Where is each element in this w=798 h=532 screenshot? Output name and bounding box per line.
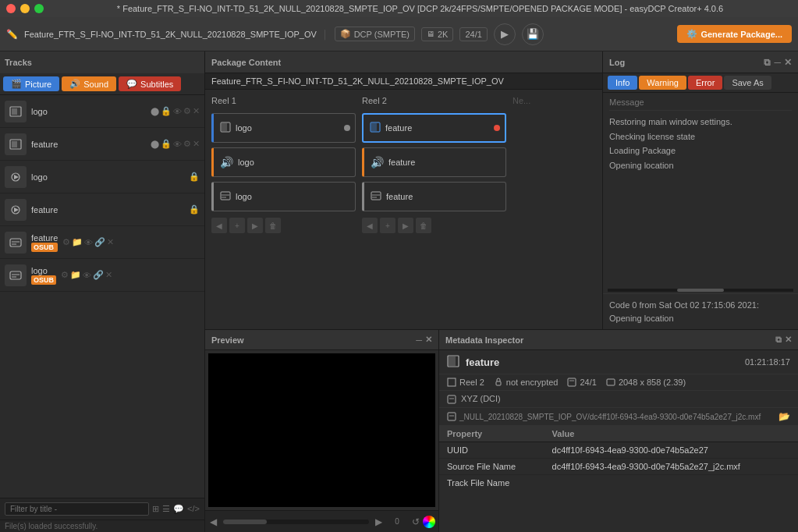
subtitle-track-icon — [5, 232, 27, 254]
list-icon[interactable]: ☰ — [162, 504, 170, 514]
svg-rect-27 — [496, 381, 501, 385]
close-icon[interactable]: ✕ — [107, 237, 114, 247]
log-entry: Restoring main window settings. — [609, 115, 792, 129]
svg-rect-21 — [371, 192, 381, 200]
folder-icon[interactable]: 📁 — [72, 237, 83, 247]
settings-icon[interactable]: ⚙ — [61, 270, 69, 280]
next-reel-placeholder: Ne... — [512, 96, 544, 323]
settings-icon[interactable]: ⚙ — [183, 106, 191, 116]
code-icon[interactable]: </> — [187, 504, 200, 514]
fullscreen-button[interactable] — [34, 4, 44, 13]
svg-rect-3 — [12, 141, 17, 147]
loop-btn[interactable]: ↺ — [410, 516, 421, 527]
prev-frame-btn[interactable]: ◀ — [208, 516, 218, 527]
add-reel-btn[interactable]: + — [380, 218, 395, 233]
reel-track-audio-2[interactable]: 🔊 feature — [362, 147, 506, 177]
video-icon — [370, 122, 381, 135]
tab-sound[interactable]: 🔊 Sound — [62, 76, 116, 91]
meta-encrypted-item: not encrypted — [494, 378, 559, 387]
speech-bubble-icon[interactable]: 💬 — [173, 504, 184, 514]
delete-reel-btn[interactable]: 🗑 — [265, 218, 281, 233]
timeline-bar[interactable] — [223, 520, 369, 524]
reel-1-header: Reel 1 — [211, 96, 356, 108]
save-button[interactable]: 💾 — [522, 23, 544, 45]
grid-icon[interactable]: ⊞ — [152, 504, 159, 514]
log-scrollbar-thumb[interactable] — [677, 289, 724, 292]
close-icon[interactable]: ✕ — [105, 270, 112, 280]
track-name-group: logo OSUB — [31, 266, 56, 285]
settings-icon[interactable]: ⚙ — [62, 237, 70, 247]
metadata-close-btn[interactable]: ✕ — [785, 335, 792, 345]
log-tab-warning[interactable]: Warning — [639, 76, 686, 90]
delete-reel-btn[interactable]: 🗑 — [416, 218, 431, 233]
track-item[interactable]: logo 🔒 — [0, 161, 204, 193]
eye-icon: 👁 — [173, 140, 182, 149]
property-cell: Source File Name — [439, 459, 544, 475]
eye-icon[interactable]: 👁 — [83, 271, 91, 280]
close-button[interactable] — [6, 4, 16, 13]
metadata-row3: XYZ (DCI) — [439, 391, 798, 408]
subtitle-track-icon — [5, 264, 27, 286]
reel-track-subtitle-2[interactable]: feature — [362, 182, 506, 211]
log-expand-btn[interactable]: ⧉ — [764, 57, 771, 68]
reel-track-audio[interactable]: 🔊 logo — [211, 147, 356, 177]
reel-2-video-name: feature — [385, 123, 412, 133]
more-icon[interactable]: ✕ — [193, 139, 200, 149]
log-panel: Log ⧉ ─ ✕ Info Warning Error — [603, 51, 798, 329]
color-picker-btn[interactable] — [423, 516, 435, 528]
metadata-table: Property Value UUID dc4ff10f-6943-4ea9-9… — [439, 426, 798, 532]
tab-subtitles[interactable]: 💬 Subtitles — [119, 76, 181, 91]
next-reel-label: Ne... — [512, 96, 544, 105]
package-panel: Package Content Feature_FTR_S_FI-NO_INT-… — [205, 51, 603, 329]
track-item[interactable]: feature OSUB ⚙ 📁 👁 🔗 ✕ — [0, 226, 204, 259]
tab-picture[interactable]: 🎬 Picture — [3, 76, 59, 91]
meta-file-path: _NULL_20210828_SMPTE_IOP_OV/dc4ff10f-694… — [459, 413, 775, 421]
folder-open-icon[interactable]: 📂 — [778, 411, 790, 422]
prev-reel-btn[interactable]: ◀ — [211, 218, 227, 233]
subtitle-icon: 💬 — [126, 79, 137, 89]
value-cell: dc4ff10f-6943-4ea9-9300-d0e74b5a2e27_j2c… — [544, 459, 798, 475]
log-minimize-btn[interactable]: ─ — [774, 57, 781, 68]
track-item[interactable]: logo OSUB ⚙ 📁 👁 🔗 ✕ — [0, 259, 204, 292]
preview-minimize-btn[interactable]: ─ — [416, 335, 422, 345]
minimize-button[interactable] — [20, 4, 30, 13]
log-tab-save-as[interactable]: Save As — [724, 76, 771, 90]
generate-package-button[interactable]: ⚙️ Generate Package... — [677, 25, 792, 43]
filter-input[interactable] — [5, 502, 149, 516]
next-reel-btn[interactable]: ▶ — [398, 218, 413, 233]
log-scrollbar — [608, 289, 793, 292]
log-detail: Code 0 from Sat Oct 02 17:15:06 2021: Op… — [603, 293, 798, 329]
preview-close-btn[interactable]: ✕ — [425, 335, 432, 345]
track-item[interactable]: logo ⬤ 🔒 👁 ⚙ ✕ — [0, 95, 204, 128]
next-frame-btn[interactable]: ▶ — [374, 516, 384, 527]
osub-badge: OSUB — [31, 275, 56, 285]
track-item[interactable]: feature 🔒 — [0, 193, 204, 226]
sound-icon: 🔊 — [69, 79, 80, 89]
settings-icon[interactable]: ⚙ — [183, 139, 191, 149]
more-icon[interactable]: ✕ — [193, 106, 200, 116]
window-title: * Feature_FTR_S_FI-NO_INT-TD_51_2K_NULL_… — [48, 4, 792, 13]
reel-track-video[interactable]: logo — [211, 113, 356, 143]
log-close-btn[interactable]: ✕ — [784, 57, 792, 68]
metadata-row2: Reel 2 not encrypted 24/1 2048 x 858 (2.… — [439, 374, 798, 391]
link-icon[interactable]: 🔗 — [93, 270, 104, 280]
property-cell: Track File Name — [439, 475, 544, 491]
folder-icon[interactable]: 📁 — [70, 270, 81, 280]
tracks-list: logo ⬤ 🔒 👁 ⚙ ✕ feature ⬤ 🔒 👁 — [0, 95, 204, 498]
col-value: Value — [544, 426, 798, 442]
play-button[interactable]: ▶ — [494, 23, 516, 45]
eye-icon[interactable]: 👁 — [84, 238, 93, 247]
log-tabs: Info Warning Error Save As — [603, 73, 798, 93]
log-tab-error[interactable]: Error — [688, 76, 722, 90]
metadata-duration: 01:21:18:17 — [745, 357, 790, 367]
add-reel-btn[interactable]: + — [229, 218, 245, 233]
next-reel-btn[interactable]: ▶ — [247, 218, 263, 233]
lock-icon: 🔒 — [189, 204, 200, 215]
log-tab-info[interactable]: Info — [608, 76, 637, 90]
link-icon[interactable]: 🔗 — [94, 237, 105, 247]
metadata-expand-btn[interactable]: ⧉ — [775, 335, 782, 345]
track-item[interactable]: feature ⬤ 🔒 👁 ⚙ ✕ — [0, 128, 204, 161]
reel-track-subtitle[interactable]: logo — [211, 182, 356, 211]
reel-track-video-selected[interactable]: feature — [362, 113, 506, 143]
prev-reel-btn[interactable]: ◀ — [362, 218, 378, 233]
